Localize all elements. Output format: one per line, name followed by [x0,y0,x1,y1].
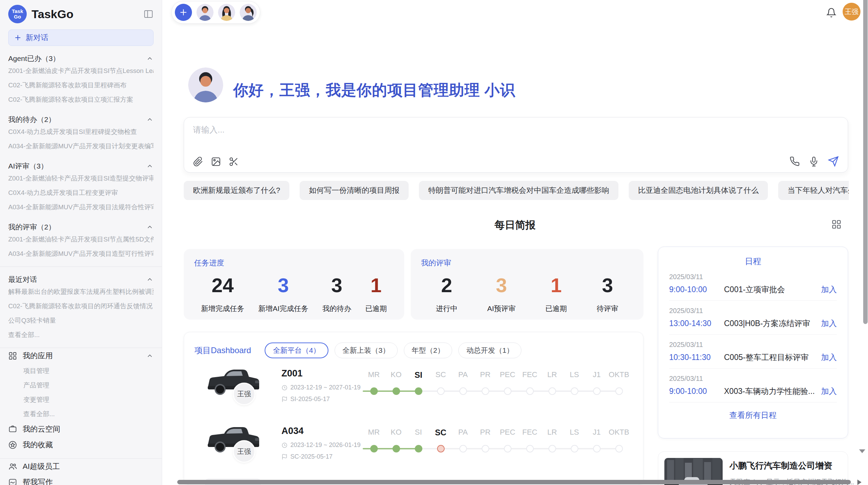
schedule-item-row: 10:30-11:30C005-整车工程目标评审加入 [669,352,837,363]
schedule-item[interactable]: 2025/03/119:00-10:00X003-车辆动力学性能验...加入 [669,369,837,402]
sidebar-app-item[interactable]: 查看全部... [8,407,154,421]
schedule-item-row: 9:00-10:00C001-立项审批会加入 [669,284,837,295]
recent-chat-item[interactable]: 解释最新出台的欧盟报废车法规再生塑料比例被调至15%... [8,285,154,299]
sidebar-task-item[interactable]: Z001-全新燃油皮卡产品开发项目SI节点Lesson Learn报告 [8,64,154,78]
agent-avatar-1[interactable] [196,4,214,21]
stat-item: 1已逾期 [545,274,567,313]
scroll-right-arrow[interactable] [857,480,861,485]
chevron-up-icon [146,223,154,231]
sidebar-item-favorites[interactable]: 我的收藏 [8,437,154,453]
milestone-dot-ls [571,445,578,452]
schedule-date: 2025/03/11 [669,273,837,281]
sidebar-item-ai-super-staff[interactable]: AI超级员工 [8,459,154,474]
suggestion-chip[interactable]: 当下年轻人对汽车外观有怎样的喜好趋势 [778,181,849,200]
sidebar-group-title[interactable]: 我的待办（2） [8,114,154,125]
milestone-label: PEC [496,428,519,437]
schedule-item[interactable]: 2025/03/1113:00-14:30C003|H0B-方案冻结评审加入 [669,301,837,335]
join-meeting-link[interactable]: 加入 [821,284,837,295]
notification-bell-icon[interactable] [826,8,836,18]
vertical-scrollbar[interactable] [863,0,868,324]
schedule-date: 2025/03/11 [669,375,837,383]
stat-label: 待评审 [597,304,618,313]
sidebar-item-my-apps[interactable]: 我的应用 [8,348,154,364]
microphone-icon[interactable] [809,156,819,166]
milestone-dot-mr [370,445,378,452]
suggestion-chip[interactable]: 特朗普可能对进口汽车增税会对中国车企造成哪些影响 [419,181,618,200]
dashboard-header: 项目Dashboard 全新平台（4）全新上装（3）年型（2）动总开发（1） [194,343,521,358]
project-date-range: 2023-12-19 ~ 2027-01-19 [281,384,361,391]
briefing-layout-icon[interactable] [831,219,842,229]
user-avatar[interactable]: 王强 [843,3,860,21]
sidebar-item-help-write[interactable]: 帮我写作 [8,474,154,485]
sidebar-item-cloud-space[interactable]: 我的云空间 [8,421,154,437]
sidebar-group-title[interactable]: Agent已办（3） [8,53,154,64]
schedule-name: C001-立项审批会 [724,284,821,295]
suggestion-chip[interactable]: 如何写一份清晰的项目周报 [300,181,409,200]
recent-chat-item[interactable]: 查看全部... [8,328,154,342]
dashboard-tab[interactable]: 动总开发（1） [458,343,521,358]
sidebar-task-item[interactable]: C02-飞腾新能源轻客改款项目立项汇报方案 [8,92,154,107]
chat-input[interactable] [193,125,673,135]
join-meeting-link[interactable]: 加入 [821,318,837,329]
recent-chat-item[interactable]: C02-飞腾新能源轻客改款项目的闭环通告反馈情况 [8,299,154,313]
sidebar-task-item[interactable]: A034-全新新能源MUV产品开发项目造型可行性评审 [8,247,154,261]
dashboard-tab[interactable]: 年型（2） [404,343,453,358]
dashboard-tab[interactable]: 全新平台（4） [265,343,328,358]
stat-item: 3待评审 [597,274,618,313]
horizontal-scrollbar[interactable] [177,480,851,484]
sidebar-app-item[interactable]: 项目管理 [8,364,154,378]
paperclip-icon[interactable] [193,157,203,167]
recent-chat-item[interactable]: 公司Q3轻卡销量 [8,313,154,328]
schedule-item[interactable]: 2025/03/1110:30-11:30C005-整车工程目标评审加入 [669,335,837,369]
join-meeting-link[interactable]: 加入 [821,386,837,397]
milestone-dot-pa [459,387,467,395]
clock-icon [281,442,288,448]
sidebar-group-title[interactable]: 我的评审（2） [8,222,154,232]
chevron-up-icon [146,116,154,123]
sidebar-collapse-icon[interactable] [143,9,154,19]
dashboard-tab[interactable]: 全新上装（3） [335,343,398,358]
stat-item: 1已逾期 [365,274,387,313]
send-icon[interactable] [828,156,839,167]
app-logo-text-top: Task [12,9,23,14]
sidebar-task-item[interactable]: A034-全新新能源MUV产品开发项目法规符合性评审 [8,200,154,214]
sidebar-task-item[interactable]: C0X4-动力总成开发项目工程变更评审 [8,186,154,200]
stat-label: 进行中 [436,304,457,313]
agent-avatar-3[interactable] [240,4,257,21]
sidebar-task-item[interactable]: Z001-全新燃油轻卡产品开发项目SI节点属性5D文件评审 [8,232,154,247]
sidebar-task-item[interactable]: C0X4-动力总成开发项目SI里程碑提交物检查 [8,125,154,139]
sidebar-group-title[interactable]: AI评审（3） [8,161,154,171]
phone-icon[interactable] [789,156,800,166]
schedule-item[interactable]: 2025/03/119:00-10:00C001-立项审批会加入 [669,267,837,301]
recent-chats-title[interactable]: 最近对话 [8,274,154,285]
image-icon[interactable] [211,157,221,167]
schedule-time: 9:00-10:00 [669,285,724,294]
sidebar-task-item[interactable]: A034-全新新能源MUV产品开发项目计划变更表编写 [8,139,154,153]
agent-avatar-2[interactable] [218,4,235,21]
add-agent-button[interactable] [175,4,192,21]
flag-icon [281,454,288,460]
sidebar-task-item[interactable]: C02-飞腾新能源轻客改款项目里程碑画布 [8,78,154,92]
dashboard-title: 项目Dashboard [194,345,251,356]
scissors-icon[interactable] [229,157,239,167]
sidebar-app-item[interactable]: 变更管理 [8,393,154,407]
view-all-schedule-link[interactable]: 查看所有日程 [669,410,837,421]
join-meeting-link[interactable]: 加入 [821,352,837,363]
sidebar-app-item[interactable]: 产品管理 [8,378,154,393]
sidebar-task-item[interactable]: Z001-全新燃油轻卡产品开发项目SI造型提交物评审 [8,171,154,186]
milestone-label: OKTB [608,428,630,437]
flag-icon [281,396,288,402]
milestone-label: PR [474,370,496,380]
suggestion-chip[interactable]: 比亚迪全固态电池计划具体说了什么 [629,181,768,200]
new-chat-button[interactable]: 新对话 [8,29,154,46]
agent-quick-bar [171,1,260,24]
project-flag-milestone: SC-2025-05-17 [281,453,333,460]
suggestion-chip[interactable]: 欧洲新规最近颁布了什么? [184,181,289,200]
user-name: 王强 [845,7,858,16]
chevron-up-icon [146,352,154,360]
plus-icon [179,8,188,17]
project-row[interactable]: 王强Z0012023-12-19 ~ 2027-01-19SI-2025-05-… [184,363,643,418]
scroll-down-arrow[interactable] [859,449,865,453]
assistant-avatar [188,67,223,102]
project-row[interactable]: 王强A0342023-12-19 ~ 2026-01-19SC-2025-05-… [184,421,643,476]
